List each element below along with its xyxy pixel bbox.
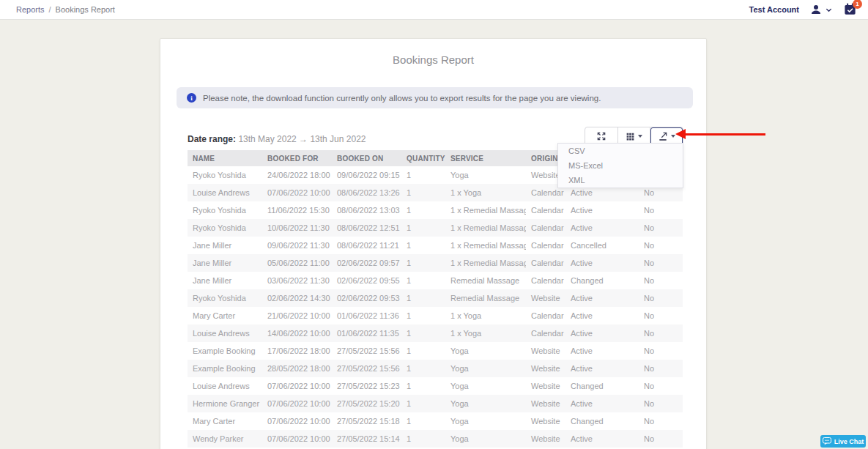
table-cell: Louise Andrews (188, 382, 262, 390)
table-cell: No (639, 329, 683, 338)
table-cell: 1 (401, 329, 445, 338)
table-cell: 07/06/2022 10:00 (262, 382, 332, 390)
table-cell: 24/06/2022 18:00 (262, 171, 332, 179)
table-cell: Active (565, 399, 639, 408)
table-cell: 1 (401, 188, 445, 197)
table-cell: No (639, 206, 683, 215)
table-cell: Yoga (445, 346, 526, 355)
table-cell: 07/06/2022 10:00 (262, 434, 332, 443)
breadcrumb-reports-link[interactable]: Reports (16, 5, 45, 14)
table-cell: Jane Miller (188, 241, 262, 250)
table-cell: 09/06/2022 11:30 (262, 241, 332, 250)
breadcrumb: Reports / Bookings Report (16, 5, 115, 14)
table-cell: 27/05/2022 15:23 (332, 382, 401, 390)
table-cell: No (639, 259, 683, 267)
breadcrumb-current-page: Bookings Report (56, 5, 115, 14)
table-cell: 1 (401, 206, 445, 215)
table-row: Louise Andrews14/06/2022 10:0001/06/2022… (188, 324, 683, 342)
menu-item-ms-excel[interactable]: MS-Excel (558, 158, 683, 173)
table-cell: Website (526, 294, 565, 303)
table-cell: Calendar (526, 206, 565, 215)
table-cell: No (639, 399, 683, 408)
table-cell: No (639, 364, 683, 373)
table-cell: Wendy Parker (188, 434, 262, 443)
table-cell: 1 (401, 294, 445, 303)
table-cell: Yoga (445, 171, 526, 179)
table-cell: Ryoko Yoshida (188, 171, 262, 179)
date-range-value: 13th May 2022 → 13th Jun 2022 (238, 134, 366, 144)
annotation-arrow (675, 129, 765, 139)
table-cell: Yoga (445, 417, 526, 426)
table-cell: Changed (565, 417, 639, 426)
table-cell: No (639, 276, 683, 285)
table-cell: Louise Andrews (188, 329, 262, 338)
column-header-quantity: QUANTITY (401, 155, 445, 163)
table-cell: 27/05/2022 15:14 (332, 434, 401, 443)
table-cell: 14/06/2022 10:00 (262, 329, 332, 338)
menu-item-xml[interactable]: XML (558, 173, 683, 188)
table-cell: 03/06/2022 11:30 (262, 276, 332, 285)
annotation-arrow-line (683, 133, 765, 136)
table-cell: 02/06/2022 09:57 (332, 259, 401, 267)
table-cell: Cancelled (565, 241, 639, 250)
table-cell: 1 x Remedial Massage (445, 206, 526, 215)
table-row: Mary Carter21/06/2022 10:0001/06/2022 11… (188, 307, 683, 324)
table-cell: 1 x Remedial Massage (445, 241, 526, 250)
caret-down-icon (638, 135, 642, 138)
table-cell: 1 (401, 434, 445, 443)
notifications-button[interactable]: 1 (843, 2, 858, 17)
table-row: Example Booking17/06/2022 18:0027/05/202… (188, 342, 683, 360)
table-row: Jane Miller09/06/2022 11:3008/06/2022 11… (188, 237, 683, 254)
table-cell: Calendar (526, 329, 565, 338)
table-row: Louise Andrews07/06/2022 10:0027/05/2022… (188, 377, 683, 395)
table-cell: 08/06/2022 11:21 (332, 241, 401, 250)
table-cell: Active (565, 329, 639, 338)
column-header-booked-on: BOOKED ON (332, 155, 401, 163)
table-cell: 1 (401, 241, 445, 250)
table-cell: Calendar (526, 223, 565, 232)
table-cell: Active (565, 223, 639, 232)
table-cell: No (639, 346, 683, 355)
table-row: Mary Carter07/06/2022 10:0027/05/2022 15… (188, 412, 683, 430)
table-row: Jane Miller05/06/2022 11:0002/06/2022 09… (188, 254, 683, 272)
table-cell: Mary Carter (188, 417, 262, 426)
table-row: Wendy Parker07/06/2022 10:0027/05/2022 1… (188, 430, 683, 448)
table-cell: No (639, 223, 683, 232)
table-row: Jane Miller03/06/2022 11:3002/06/2022 09… (188, 272, 683, 289)
table-cell: 17/06/2022 18:00 (262, 346, 332, 355)
table-cell: 1 x Remedial Massage (445, 223, 526, 232)
table-row: Ryoko Yoshida11/06/2022 15:3008/06/2022 … (188, 201, 683, 219)
table-cell: Remedial Massage (445, 294, 526, 303)
table-cell: 1 (401, 311, 445, 320)
table-cell: No (639, 241, 683, 250)
date-range-label: Date range: (188, 134, 236, 144)
table-cell: 1 (401, 399, 445, 408)
table-cell: Yoga (445, 382, 526, 390)
table-cell: Yoga (445, 364, 526, 373)
table-cell: 1 x Yoga (445, 311, 526, 320)
table-cell: Active (565, 188, 639, 197)
table-cell: 1 (401, 364, 445, 373)
table-cell: 27/05/2022 15:56 (332, 346, 401, 355)
user-menu-button[interactable] (809, 3, 833, 16)
table-cell: Calendar (526, 276, 565, 285)
notice-banner: i Please note, the download function cur… (177, 87, 693, 108)
column-header-name: NAME (188, 155, 262, 163)
table-cell: 28/05/2022 18:00 (262, 364, 332, 373)
table-cell: 02/06/2022 09:53 (332, 294, 401, 303)
menu-item-csv[interactable]: CSV (558, 144, 683, 158)
table-cell: Remedial Massage (445, 276, 526, 285)
live-chat-button[interactable]: Live Chat (820, 435, 866, 448)
table-cell: Active (565, 434, 639, 443)
table-cell: No (639, 188, 683, 197)
table-cell: 27/05/2022 15:18 (332, 417, 401, 426)
report-card: Bookings Report i Please note, the downl… (160, 38, 707, 449)
info-icon: i (187, 93, 196, 103)
table-row: Hermione Granger07/06/2022 10:0027/05/20… (188, 395, 683, 412)
table-cell: 1 (401, 171, 445, 179)
table-cell: Changed (565, 276, 639, 285)
table-cell: Jane Miller (188, 276, 262, 285)
table-cell: No (639, 434, 683, 443)
live-chat-label: Live Chat (834, 438, 864, 445)
table-cell: 01/06/2022 11:35 (332, 329, 401, 338)
